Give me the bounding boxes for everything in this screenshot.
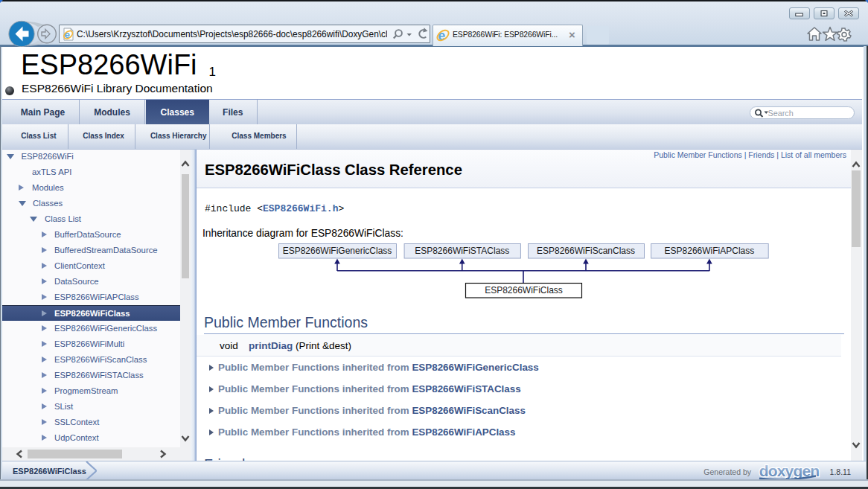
svg-text:ESP8266WiFiAPClass: ESP8266WiFiAPClass	[665, 246, 755, 256]
svg-text:ESP8266WiFiClass: ESP8266WiFiClass	[485, 285, 563, 295]
svg-text:ESP8266WiFiScanClass: ESP8266WiFiScanClass	[537, 246, 635, 256]
svg-text:ESP8266WiFiGenericClass: ESP8266WiFiGenericClass	[283, 246, 392, 256]
svg-text:ESP8266WiFiSTAClass: ESP8266WiFiSTAClass	[415, 246, 509, 256]
